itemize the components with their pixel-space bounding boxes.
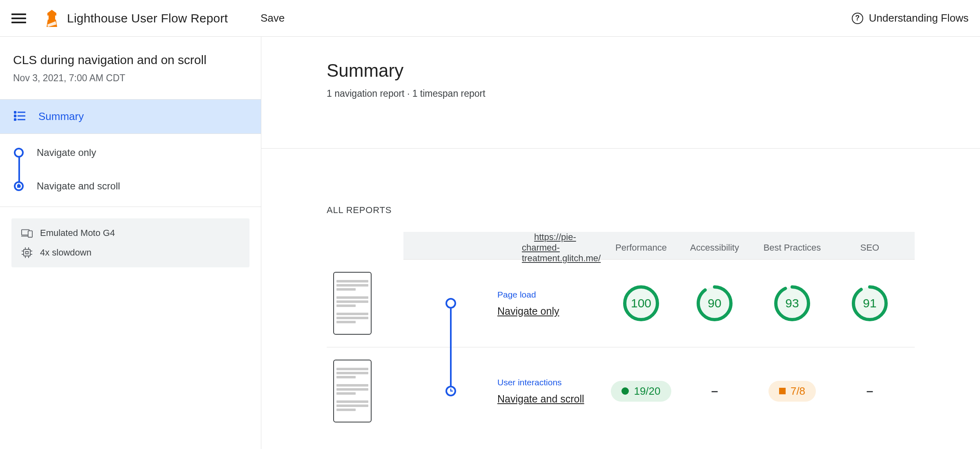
flow-date: Nov 3, 2021, 7:00 AM CDT <box>13 73 248 84</box>
not-applicable-dash: – <box>866 384 873 398</box>
score-pill[interactable]: 7/8 <box>768 381 816 402</box>
table-row: User interactionsNavigate and scroll19/2… <box>327 347 915 435</box>
topbar: Lighthouse User Flow Report Save ? Under… <box>0 0 980 37</box>
app-title: Lighthouse User Flow Report <box>67 11 228 25</box>
metric-cell: – <box>678 384 751 398</box>
timespan-node-icon <box>445 386 456 396</box>
score-pill[interactable]: 19/20 <box>611 381 671 402</box>
gauge-value: 90 <box>695 284 734 322</box>
step-name-link[interactable]: Navigate only <box>497 305 559 317</box>
navigation-node-icon <box>445 298 456 309</box>
timespan-node-icon <box>14 181 24 191</box>
cpu-icon <box>21 247 33 258</box>
metric-cell: 91 <box>833 284 906 322</box>
score-gauge[interactable]: 93 <box>773 284 811 322</box>
env-device-label: Emulated Moto G4 <box>40 228 115 238</box>
col-accessibility: Accessibility <box>678 242 751 253</box>
svg-point-6 <box>14 115 16 117</box>
pass-dot-icon <box>621 387 629 395</box>
env-cpu-label: 4x slowdown <box>40 247 91 258</box>
step-type-label: User interactions <box>497 378 604 387</box>
screenshot-thumbnail[interactable] <box>333 272 372 335</box>
help-icon: ? <box>852 13 863 24</box>
score-gauge[interactable]: 90 <box>695 284 734 322</box>
summary-list-icon <box>14 111 25 122</box>
metric-cell: 19/20 <box>604 381 678 402</box>
svg-point-8 <box>14 119 16 120</box>
warn-square-icon <box>779 388 786 394</box>
reports-table: https://pie-charmed-treatment.glitch.me/… <box>327 232 915 435</box>
score-gauge[interactable]: 100 <box>622 284 660 322</box>
environment-box: Emulated Moto G4 4x slowdown <box>11 218 249 267</box>
lighthouse-logo-icon <box>46 10 58 27</box>
metric-cell: 90 <box>678 284 751 322</box>
sidebar-step-navigate-and-scroll[interactable]: Navigate and scroll <box>14 180 247 192</box>
pill-value: 19/20 <box>634 385 660 398</box>
svg-rect-12 <box>28 231 32 237</box>
step-name-link[interactable]: Navigate and scroll <box>497 393 584 405</box>
sidebar-step-label: Navigate and scroll <box>37 180 120 192</box>
sidebar-summary-label: Summary <box>38 110 84 123</box>
device-icon <box>21 227 33 239</box>
svg-rect-1 <box>49 16 55 20</box>
col-best-practices: Best Practices <box>751 242 833 253</box>
gauge-value: 91 <box>851 284 889 322</box>
metric-cell: – <box>833 384 906 398</box>
sidebar-header: CLS during navigation and on scroll Nov … <box>0 37 261 100</box>
screenshot-thumbnail[interactable] <box>333 360 372 422</box>
svg-rect-13 <box>24 249 30 256</box>
help-link-label: Understanding Flows <box>869 12 969 24</box>
svg-point-4 <box>14 111 16 113</box>
pill-value: 7/8 <box>791 385 805 398</box>
env-cpu-row: 4x slowdown <box>21 247 240 258</box>
sidebar-item-summary[interactable]: Summary <box>0 100 261 134</box>
all-reports-heading: ALL REPORTS <box>327 205 915 216</box>
page-subtitle: 1 navigation report · 1 timespan report <box>327 88 915 99</box>
sidebar-step-label: Navigate only <box>37 147 96 158</box>
menu-icon[interactable] <box>11 11 26 26</box>
score-gauge[interactable]: 91 <box>851 284 889 322</box>
gauge-value: 100 <box>622 284 660 322</box>
table-row: Page loadNavigate only100909391 <box>327 260 915 347</box>
gauge-value: 93 <box>773 284 811 322</box>
step-type-label: Page load <box>497 290 604 300</box>
metric-cell: 100 <box>604 284 678 322</box>
understanding-flows-link[interactable]: ? Understanding Flows <box>852 12 969 24</box>
flow-title: CLS during navigation and on scroll <box>13 53 248 67</box>
svg-rect-14 <box>26 251 28 254</box>
save-button[interactable]: Save <box>261 12 285 24</box>
env-device-row: Emulated Moto G4 <box>21 227 240 239</box>
sidebar: CLS during navigation and on scroll Nov … <box>0 37 261 449</box>
reports-table-header: https://pie-charmed-treatment.glitch.me/… <box>403 232 915 260</box>
metric-cell: 7/8 <box>751 381 833 402</box>
col-performance: Performance <box>604 242 678 253</box>
metric-cell: 93 <box>751 284 833 322</box>
tested-url-link[interactable]: https://pie-charmed-treatment.glitch.me/ <box>522 232 601 263</box>
navigation-node-icon <box>14 148 24 158</box>
sidebar-steps: Navigate only Navigate and scroll <box>0 134 261 207</box>
step-connector <box>450 337 452 386</box>
sidebar-step-navigate-only[interactable]: Navigate only <box>14 147 247 158</box>
page-title: Summary <box>327 60 915 81</box>
svg-marker-0 <box>47 10 56 16</box>
not-applicable-dash: – <box>711 384 718 398</box>
main-content: Summary 1 navigation report · 1 timespan… <box>261 37 980 449</box>
col-seo: SEO <box>833 242 906 253</box>
